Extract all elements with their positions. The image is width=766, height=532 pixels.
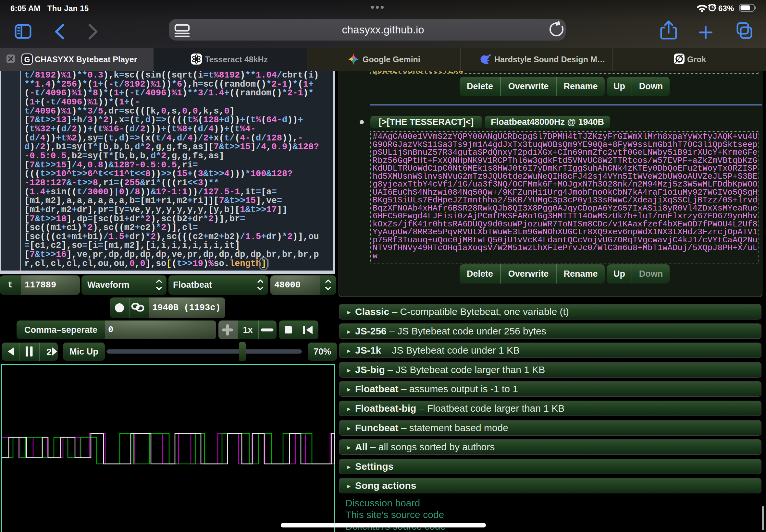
svg-text:G: G: [24, 55, 30, 64]
svg-text:2: 2: [46, 347, 52, 357]
